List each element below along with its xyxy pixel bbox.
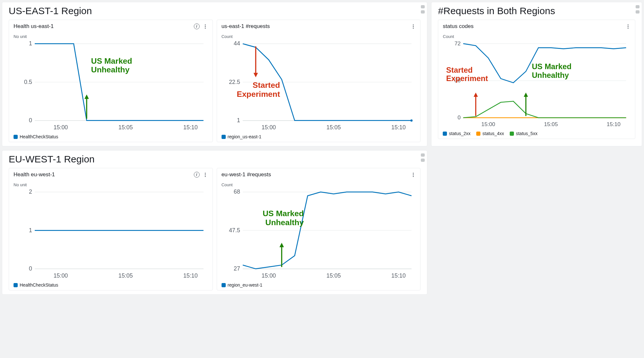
svg-text:15:00: 15:00: [53, 124, 68, 131]
legend: region_us-east-1: [222, 134, 416, 139]
legend-swatch: [476, 132, 480, 136]
card-title: us-east-1 #requests: [222, 23, 270, 30]
annotation-label: Unhealthy: [265, 218, 304, 227]
card-title: status codes: [443, 23, 473, 30]
card-title: Health us-east-1: [14, 23, 54, 30]
kebab-menu-icon[interactable]: [203, 173, 208, 177]
series-line: [463, 101, 626, 118]
legend-label: status_2xx: [449, 131, 470, 136]
annotation-label: US Marked: [532, 62, 572, 71]
kebab-menu-icon[interactable]: [203, 24, 208, 29]
card-title: eu-west-1 #requests: [222, 171, 271, 178]
svg-text:15:00: 15:00: [481, 121, 495, 127]
legend-item[interactable]: status_4xx: [476, 131, 504, 136]
svg-text:22.5: 22.5: [229, 79, 240, 85]
annotation-label: Experiment: [237, 90, 280, 98]
legend-item[interactable]: status_2xx: [443, 131, 470, 136]
legend: region_eu-west-1: [222, 282, 416, 288]
section-us-east: US-EAST-1 Region Health us-east-1 i No u…: [2, 2, 427, 146]
legend-label: region_us-east-1: [228, 134, 261, 139]
chart-requests-us-east: 122.54415:0015:0515:10StartedExperiment: [222, 40, 416, 133]
annotation-label: Started: [252, 81, 280, 89]
svg-text:15:10: 15:10: [391, 272, 406, 279]
legend-swatch: [443, 132, 447, 136]
svg-text:15:05: 15:05: [326, 124, 341, 131]
svg-text:15:00: 15:00: [261, 272, 276, 279]
svg-text:27: 27: [233, 265, 240, 272]
chart-health-eu-west: 01215:0015:0515:10: [14, 188, 208, 281]
unit-label: Count: [222, 34, 416, 39]
drag-handle-icon[interactable]: [421, 152, 425, 163]
section-both-regions: #Requests in Both Regions status codes C…: [431, 2, 642, 146]
annotation-label: Unhealthy: [91, 65, 130, 74]
svg-text:15:05: 15:05: [326, 272, 341, 279]
legend-item[interactable]: region_eu-west-1: [222, 282, 262, 288]
chart-health-us-east: 00.5115:0015:0515:10US MarkedUnhealthy: [14, 40, 208, 133]
legend-label: region_eu-west-1: [228, 282, 262, 288]
svg-text:0: 0: [29, 265, 32, 272]
drag-handle-icon[interactable]: [421, 4, 425, 14]
svg-text:15:10: 15:10: [391, 124, 406, 131]
section-title-both: #Requests in Both Regions: [438, 5, 635, 16]
svg-text:1: 1: [237, 117, 240, 124]
card-health-us-east: Health us-east-1 i No unit 00.5115:0015:…: [9, 20, 213, 142]
svg-text:0: 0: [29, 117, 32, 124]
annotation-label: Unhealthy: [532, 71, 569, 79]
svg-text:1: 1: [29, 227, 32, 234]
svg-text:1: 1: [29, 40, 32, 47]
legend-item[interactable]: status_5xx: [510, 131, 537, 136]
chart-status-codes: 0367215:0015:0515:10StartedExperimentUS …: [443, 40, 630, 130]
legend-label: HealthCheckStatus: [20, 134, 58, 139]
annotation-label: US Marked: [91, 57, 132, 65]
svg-text:15:05: 15:05: [544, 121, 558, 127]
card-requests-us-east: us-east-1 #requests Count 122.54415:0015…: [217, 20, 421, 142]
section-title-eu-west: EU-WEST-1 Region: [9, 154, 421, 165]
legend: HealthCheckStatus: [14, 134, 208, 139]
legend: HealthCheckStatus: [14, 282, 208, 288]
legend-label: HealthCheckStatus: [20, 282, 58, 288]
svg-text:15:00: 15:00: [53, 272, 68, 279]
legend-item[interactable]: HealthCheckStatus: [14, 282, 58, 288]
card-title: Health eu-west-1: [14, 171, 55, 178]
annotation-label: US Marked: [262, 209, 304, 218]
unit-label: No unit: [14, 182, 208, 187]
unit-label: No unit: [14, 34, 208, 39]
svg-text:72: 72: [455, 40, 461, 47]
info-icon[interactable]: i: [194, 23, 200, 29]
legend-swatch: [14, 135, 18, 139]
svg-text:47.5: 47.5: [229, 227, 240, 234]
legend: status_2xxstatus_4xxstatus_5xx: [443, 131, 630, 136]
svg-text:0.5: 0.5: [24, 79, 32, 85]
section-title-us-east: US-EAST-1 Region: [9, 5, 421, 16]
legend-swatch: [510, 132, 514, 136]
svg-text:2: 2: [29, 189, 32, 195]
kebab-menu-icon[interactable]: [411, 24, 416, 29]
legend-swatch: [222, 283, 226, 287]
card-health-eu-west: Health eu-west-1 i No unit 01215:0015:05…: [9, 168, 213, 290]
svg-text:0: 0: [458, 114, 461, 121]
svg-text:68: 68: [233, 189, 240, 195]
legend-swatch: [14, 283, 18, 287]
annotation-label: Experiment: [446, 74, 488, 83]
svg-text:15:10: 15:10: [607, 121, 620, 127]
svg-point-20: [410, 119, 412, 122]
svg-text:15:00: 15:00: [261, 124, 276, 131]
card-requests-eu-west: eu-west-1 #requests Count 2747.56815:001…: [217, 168, 421, 290]
svg-text:15:05: 15:05: [118, 124, 133, 131]
legend-item[interactable]: region_us-east-1: [222, 134, 261, 139]
drag-handle-icon[interactable]: [635, 4, 640, 14]
svg-text:15:05: 15:05: [118, 272, 133, 279]
chart-requests-eu-west: 2747.56815:0015:0515:10US MarkedUnhealth…: [222, 188, 416, 281]
kebab-menu-icon[interactable]: [411, 173, 416, 177]
unit-label: Count: [443, 34, 630, 39]
legend-swatch: [222, 135, 226, 139]
legend-label: status_4xx: [482, 131, 504, 136]
svg-text:15:10: 15:10: [183, 272, 198, 279]
info-icon[interactable]: i: [194, 172, 200, 178]
svg-text:44: 44: [233, 40, 240, 47]
annotation-label: Started: [446, 66, 473, 74]
legend-label: status_5xx: [516, 131, 537, 136]
legend-item[interactable]: HealthCheckStatus: [14, 134, 58, 139]
card-status-codes: status codes Count 0367215:0015:0515:10S…: [438, 20, 635, 139]
kebab-menu-icon[interactable]: [625, 24, 630, 29]
